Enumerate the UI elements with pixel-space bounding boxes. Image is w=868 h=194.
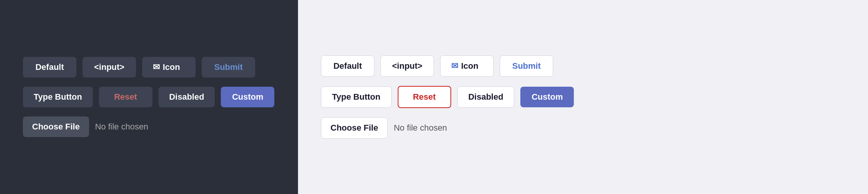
light-custom-button[interactable]: Custom: [520, 87, 574, 107]
light-input-button[interactable]: <input>: [381, 55, 434, 77]
light-row-2: Type Button Reset Disabled Custom: [321, 86, 845, 108]
icon-button-label: Icon: [163, 62, 180, 72]
light-choose-file-button[interactable]: Choose File: [321, 117, 388, 139]
mail-icon: ✉: [153, 62, 160, 72]
dark-input-button[interactable]: <input>: [83, 57, 136, 78]
light-icon-button[interactable]: ✉ Icon: [440, 55, 494, 77]
light-no-file-label: No file chosen: [394, 123, 447, 133]
light-mail-icon: ✉: [451, 61, 458, 71]
dark-row-1: Default <input> ✉ Icon Submit: [23, 57, 275, 78]
light-panel: Default <input> ✉ Icon Submit Type Butto…: [298, 0, 868, 194]
dark-no-file-label: No file chosen: [95, 122, 148, 132]
dark-choose-file-button[interactable]: Choose File: [23, 116, 89, 137]
dark-custom-button[interactable]: Custom: [221, 87, 274, 107]
dark-default-button[interactable]: Default: [23, 57, 76, 78]
dark-panel: Default <input> ✉ Icon Submit Type Butto…: [0, 0, 298, 194]
dark-row-3: Choose File No file chosen: [23, 116, 275, 137]
light-row-1: Default <input> ✉ Icon Submit: [321, 55, 845, 77]
dark-disabled-button[interactable]: Disabled: [159, 87, 215, 107]
dark-typebutton-button[interactable]: Type Button: [23, 87, 93, 107]
dark-reset-button[interactable]: Reset: [99, 87, 152, 107]
light-disabled-button[interactable]: Disabled: [457, 86, 515, 108]
light-default-button[interactable]: Default: [321, 55, 374, 77]
light-row-3: Choose File No file chosen: [321, 117, 845, 139]
light-typebutton-button[interactable]: Type Button: [321, 86, 392, 108]
light-submit-button[interactable]: Submit: [500, 55, 553, 77]
light-icon-button-label: Icon: [461, 61, 478, 71]
light-reset-button[interactable]: Reset: [398, 86, 451, 108]
dark-icon-button[interactable]: ✉ Icon: [142, 57, 196, 78]
dark-row-2: Type Button Reset Disabled Custom: [23, 87, 275, 107]
dark-submit-button[interactable]: Submit: [202, 57, 255, 78]
